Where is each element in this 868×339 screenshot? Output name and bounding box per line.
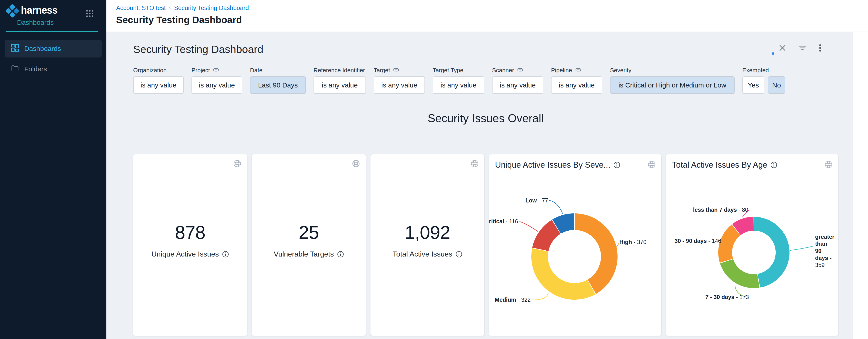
- filter-group-severity: Severity is Critical or High or Medium o…: [610, 67, 735, 94]
- module-name: Dashboards: [17, 19, 106, 26]
- filter-group-project: Project is any value: [191, 67, 242, 94]
- label-leader-line: [532, 293, 548, 300]
- top-header: Account: STO test › Security Testing Das…: [106, 0, 868, 32]
- filter-label-organization: Organization: [133, 67, 184, 73]
- filter-chip-reference-identifier[interactable]: is any value: [313, 76, 366, 94]
- chevron-right-icon: ›: [169, 4, 171, 11]
- sidebar-item-dashboards[interactable]: Dashboards: [5, 40, 102, 57]
- label-leader-line: [790, 246, 813, 250]
- filter-group-target: Target is any value: [374, 67, 425, 94]
- filter-chip-pipeline[interactable]: is any value: [551, 76, 602, 94]
- donut-chart-severity: High - 370Medium - 322Critical - 116Low …: [489, 154, 661, 336]
- stat-label: Vulnerable Targets: [274, 250, 334, 258]
- filter-icon[interactable]: [799, 45, 806, 51]
- breadcrumb-account-link[interactable]: Account: STO test: [116, 4, 166, 11]
- stat-value: 25: [252, 222, 366, 243]
- info-icon[interactable]: [337, 251, 344, 258]
- donut-segment-7-30-days[interactable]: [720, 259, 760, 288]
- sidebar-item-label: Dashboards: [24, 45, 61, 53]
- dashboard-content: Security Testing Dashboard Organization …: [106, 32, 868, 339]
- breadcrumb-dashboard-link[interactable]: Security Testing Dashboard: [174, 4, 249, 11]
- cards-row: 878 Unique Active Issues 25 Vulnerable T…: [133, 154, 838, 336]
- globe-icon[interactable]: [470, 159, 479, 169]
- donut-label-medium: Medium - 322: [495, 296, 531, 303]
- donut-chart-age: greaterthan90days -3597 - 30 days - 1733…: [666, 154, 838, 336]
- stat-card-vulnerable-targets: 25 Vulnerable Targets: [252, 154, 366, 336]
- filter-label-pipeline: Pipeline: [551, 67, 602, 73]
- info-icon[interactable]: [222, 251, 229, 258]
- dashboard-panel: Security Testing Dashboard Organization …: [133, 42, 838, 336]
- stat-label: Total Active Issues: [393, 250, 452, 258]
- dashboard-toolbar: [779, 44, 821, 52]
- link-icon: [517, 67, 523, 74]
- panel-header: Security Testing Dashboard: [133, 42, 838, 56]
- kebab-menu-icon[interactable]: [819, 44, 821, 52]
- filter-group-pipeline: Pipeline is any value: [551, 67, 602, 94]
- filter-chip-date[interactable]: Last 90 Days: [250, 76, 306, 94]
- stat-value: 878: [133, 222, 247, 243]
- filter-label-target: Target: [374, 67, 425, 73]
- sidebar-item-folders[interactable]: Folders: [5, 60, 102, 78]
- donut-label-critical: Critical - 116: [489, 218, 518, 225]
- info-icon[interactable]: [614, 162, 620, 168]
- sidebar-header: harness Dashboards: [0, 0, 106, 26]
- filter-chip-exempted-no[interactable]: No: [768, 76, 785, 94]
- sidebar-item-label: Folders: [24, 65, 47, 73]
- filter-chip-target-type[interactable]: is any value: [433, 76, 484, 94]
- filter-chip-severity[interactable]: is Critical or High or Medium or Low: [610, 76, 735, 94]
- link-icon: [393, 67, 399, 74]
- donut-label-less-than-7-days: less than 7 days - 80: [693, 206, 748, 213]
- info-icon[interactable]: [770, 162, 777, 168]
- section-title: Security Issues Overall: [133, 111, 838, 126]
- chart-title: Unique Active Issues By Seve...: [495, 160, 610, 170]
- filter-group-scanner: Scanner is any value: [492, 67, 544, 94]
- close-icon[interactable]: [779, 45, 786, 51]
- label-leader-line: [616, 243, 619, 247]
- filter-group-exempted: Exempted YesNo: [742, 67, 785, 94]
- filter-chip-scanner[interactable]: is any value: [492, 76, 544, 94]
- chart-title: Total Active Issues By Age: [672, 160, 767, 170]
- globe-icon[interactable]: [647, 160, 656, 170]
- globe-icon[interactable]: [233, 159, 242, 169]
- donut-label-greater-than-90-days: greaterthan90days -359: [815, 233, 834, 268]
- stat-card-total-active-issues: 1,092 Total Active Issues: [370, 154, 484, 336]
- scrollbar-gutter[interactable]: [852, 32, 868, 339]
- filter-label-target-type: Target Type: [433, 67, 484, 73]
- filter-group-organization: Organization is any value: [133, 67, 184, 94]
- donut-segment-medium[interactable]: [531, 248, 595, 300]
- filter-group-target-type: Target Type is any value: [433, 67, 484, 94]
- donut-chart-card-severity: Unique Active Issues By Seve... High - 3…: [489, 154, 661, 336]
- cursor-dot: [772, 52, 774, 55]
- globe-icon[interactable]: [352, 159, 360, 169]
- dashboard-title: Security Testing Dashboard: [133, 43, 264, 55]
- harness-logo-icon: [5, 4, 19, 18]
- main-area: Account: STO test › Security Testing Das…: [106, 0, 868, 339]
- link-icon: [213, 67, 219, 74]
- page-title: Security Testing Dashboard: [116, 15, 868, 25]
- filter-label-date: Date: [250, 67, 306, 73]
- filter-chip-target[interactable]: is any value: [374, 76, 425, 94]
- filter-label-scanner: Scanner: [492, 67, 544, 73]
- stat-value: 1,092: [370, 222, 484, 243]
- filter-label-reference-identifier: Reference Identifier: [313, 67, 366, 73]
- globe-icon[interactable]: [824, 160, 833, 170]
- filter-chip-exempted-yes[interactable]: Yes: [742, 76, 764, 94]
- link-icon: [575, 67, 581, 74]
- donut-label-7-30-days: 7 - 30 days - 173: [705, 294, 749, 300]
- app-grid-menu-icon[interactable]: [86, 10, 93, 17]
- folder-icon: [11, 64, 19, 74]
- filter-label-exempted: Exempted: [742, 67, 785, 73]
- filter-group-reference-identifier: Reference Identifier is any value: [313, 67, 366, 94]
- label-leader-line: [549, 200, 563, 214]
- donut-segment-greater-than-90-days[interactable]: [754, 217, 789, 288]
- info-icon[interactable]: [456, 251, 462, 258]
- filter-label-project: Project: [191, 67, 242, 73]
- filters-bar: Organization is any value Project is any…: [133, 67, 838, 94]
- sidebar-divider: [6, 31, 98, 32]
- dashboards-icon: [11, 44, 19, 53]
- donut-segment-high[interactable]: [575, 214, 618, 294]
- filter-chip-project[interactable]: is any value: [191, 76, 242, 94]
- breadcrumb: Account: STO test › Security Testing Das…: [116, 4, 868, 11]
- filter-chip-organization[interactable]: is any value: [133, 76, 184, 94]
- stat-label: Unique Active Issues: [151, 250, 219, 258]
